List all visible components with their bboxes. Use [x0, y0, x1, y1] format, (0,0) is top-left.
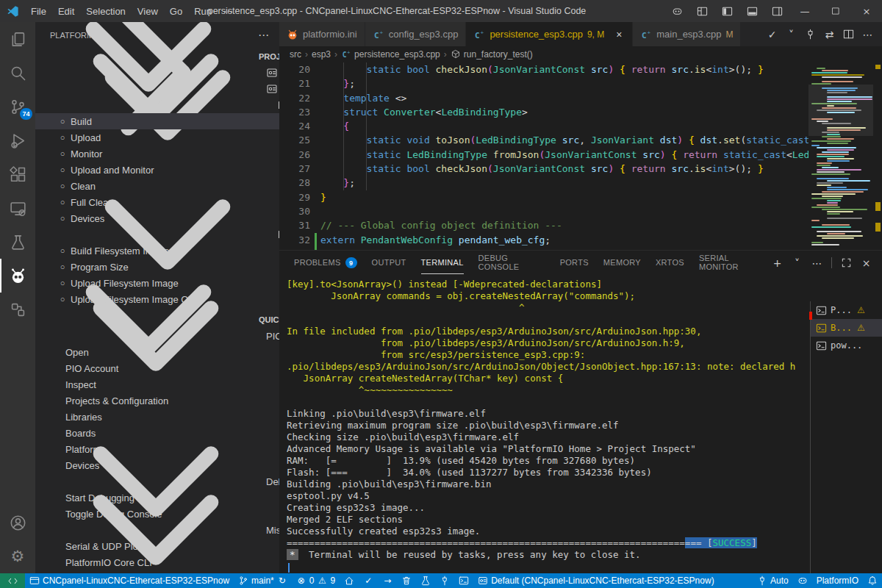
code-editor[interactable]: 20 static bool checkJson(JsonVariantCons… [279, 62, 882, 250]
terminal-instance-p[interactable]: P...⚠ [811, 301, 882, 319]
titlebar-copilot-button[interactable] [664, 0, 689, 22]
status-pio-terminal-button[interactable] [454, 573, 473, 588]
tree-item-pio-home[interactable]: PIO Home [35, 328, 279, 344]
panel-tab-xrtos[interactable]: XRTOS [648, 251, 692, 275]
testing-icon [10, 234, 26, 251]
activity-run-and-debug[interactable] [0, 123, 35, 157]
breadcrumb[interactable]: src›esp3›C+persistence_esp3.cpp›run_fact… [279, 46, 882, 62]
titlebar-panel-b-button[interactable] [739, 0, 764, 22]
tree-item-miscellaneous[interactable]: Miscellaneous [35, 522, 279, 538]
panel-tab-output[interactable]: OUTPUT [365, 251, 414, 275]
activity-manage[interactable]: ⚙ [0, 539, 35, 573]
gutter [310, 91, 320, 105]
status-pio-build-button[interactable]: ✓ [359, 573, 378, 588]
code-text: template <> [320, 91, 406, 105]
debug-probe-button-icon[interactable] [805, 29, 816, 40]
activity-testing[interactable] [0, 225, 35, 259]
svg-text:C: C [343, 51, 347, 59]
tab-main-esp3-cpp[interactable]: C+main_esp3.cppM [633, 22, 741, 46]
breadcrumb-esp3[interactable]: esp3 [312, 49, 331, 60]
panel-tab-problems[interactable]: PROBLEMS9 [287, 251, 365, 275]
maximize-panel-button-icon[interactable] [841, 257, 852, 268]
quick-access-platformio-core-cli[interactable]: PlatformIO Core CLI [35, 554, 279, 570]
terminal-icon [816, 323, 827, 334]
activity-search[interactable] [0, 56, 35, 90]
terminal-view[interactable]: [key].to<JsonArray>() instead [-Wdepreca… [279, 275, 882, 573]
status-remote-window-name[interactable]: CNCpanel-LinuxCNC-Ethercat-ESP32-ESPnow [25, 573, 234, 588]
menu-run[interactable]: Run [188, 0, 218, 22]
activity-references[interactable] [0, 293, 35, 326]
search-icon [10, 65, 26, 82]
quick-access-serial-udp-plotter[interactable]: Serial & UDP Plotter [35, 538, 279, 554]
terminal-instance-pow[interactable]: pow... [811, 337, 882, 354]
panel-tab-serial-monitor[interactable]: SERIAL MONITOR [692, 251, 772, 275]
gutter [310, 133, 320, 147]
status-git-branch[interactable]: main*↻ [234, 573, 292, 588]
panel-tab-memory[interactable]: MEMORY [596, 251, 648, 275]
activity-explorer[interactable] [0, 22, 35, 56]
status-platformio-status[interactable]: PlatformIO [812, 573, 863, 588]
status-pio-home-button[interactable] [340, 573, 359, 588]
titlebar-layout-button[interactable] [689, 0, 714, 22]
menu-file[interactable]: File [25, 0, 52, 22]
terminal-profile-dropdown-icon[interactable]: ˅ [792, 257, 803, 268]
bell-icon [867, 576, 878, 586]
activity-extensions[interactable] [0, 157, 35, 191]
status-serial-monitor-button[interactable] [435, 573, 454, 588]
status-pio-clean-button[interactable] [397, 573, 416, 588]
tab-platformio-ini[interactable]: platformio.ini [279, 22, 365, 46]
status-serial-port-auto[interactable]: Auto [753, 573, 793, 588]
menu-[interactable]: ⋯ [218, 0, 239, 22]
breadcrumb-run-factory-test[interactable]: run_factory_test() [451, 49, 533, 60]
window-close-button[interactable]: × [851, 0, 882, 22]
run-task-dropdown-icon[interactable]: ˅ [786, 29, 797, 40]
breadcrumb-src[interactable]: src [290, 49, 301, 60]
terminal-instance-label: pow... [831, 340, 862, 351]
window-maximize-button[interactable] [820, 0, 851, 22]
menu-go[interactable]: Go [164, 0, 188, 22]
status-problems-summary[interactable]: ⊗0⚠9 [292, 573, 340, 588]
breadcrumb-persistence-esp3-cpp[interactable]: C+persistence_esp3.cpp [341, 49, 440, 60]
tab-close-icon[interactable]: × [613, 29, 625, 40]
titlebar-sb-right-button[interactable] [764, 0, 789, 22]
terminal-instance-b[interactable]: B...⚠ [811, 319, 882, 337]
split-editor-button-icon[interactable] [843, 29, 854, 40]
window-icon [29, 576, 40, 586]
activity-accounts[interactable] [0, 506, 35, 539]
panel-more-actions-icon[interactable]: ⋯ [811, 257, 822, 268]
menu-selection[interactable]: Selection [80, 0, 131, 22]
editor-more-actions-icon[interactable]: ⋯ [862, 29, 873, 40]
terminal-line: Creating esp32s3 image... [287, 502, 808, 514]
minimap-viewport[interactable] [808, 85, 873, 136]
toggle-output-button-icon[interactable]: ⇄ [824, 29, 835, 40]
menu-edit[interactable]: Edit [52, 0, 80, 22]
breadcrumb-separator: › [305, 49, 308, 60]
tab-config-esp3-cpp[interactable]: C+config_esp3.cpp [365, 22, 467, 46]
code-text: static void toJson(LedBindingType src, J… [320, 133, 808, 147]
window-minimize-button[interactable]: — [789, 0, 820, 22]
minimap[interactable] [808, 62, 873, 250]
close-panel-button-icon[interactable]: × [861, 257, 872, 268]
status-copilot-status[interactable] [793, 573, 812, 588]
new-terminal-button-icon[interactable]: + [772, 257, 783, 268]
status-pio-test-button[interactable] [416, 573, 435, 588]
panel-tab-ports[interactable]: PORTS [553, 251, 596, 275]
sidebar-platformio: PLATFORMIO ⋯ PROJECT TASKSDefaultesp3Gen… [35, 22, 279, 573]
tree-item-general[interactable]: General [35, 97, 279, 113]
activity-remote-explorer[interactable] [0, 191, 35, 225]
status-notifications[interactable] [863, 573, 882, 588]
code-text: }; [320, 176, 355, 190]
menu-view[interactable]: View [132, 0, 164, 22]
activity-platformio[interactable] [0, 259, 35, 293]
remote-indicator[interactable] [0, 573, 25, 588]
titlebar-sb-left-button[interactable] [714, 0, 739, 22]
activity-source-control[interactable]: 74 [0, 90, 35, 123]
status-project-environment[interactable]: Default (CNCpanel-LinuxCNC-Ethercat-ESP3… [473, 573, 718, 588]
bottom-panel: PROBLEMS9OUTPUTTERMINALDEBUG CONSOLEPORT… [279, 250, 882, 573]
panel-tab-terminal[interactable]: TERMINAL [414, 251, 471, 275]
quick-access-open[interactable]: Open [35, 344, 279, 360]
run-task-button-icon[interactable]: ✓ [767, 29, 778, 40]
tab-persistence-esp3-cpp[interactable]: C+persistence_esp3.cpp9, M× [466, 22, 633, 46]
panel-tab-debug-console[interactable]: DEBUG CONSOLE [471, 251, 553, 275]
status-pio-upload-button[interactable]: → [378, 573, 397, 588]
